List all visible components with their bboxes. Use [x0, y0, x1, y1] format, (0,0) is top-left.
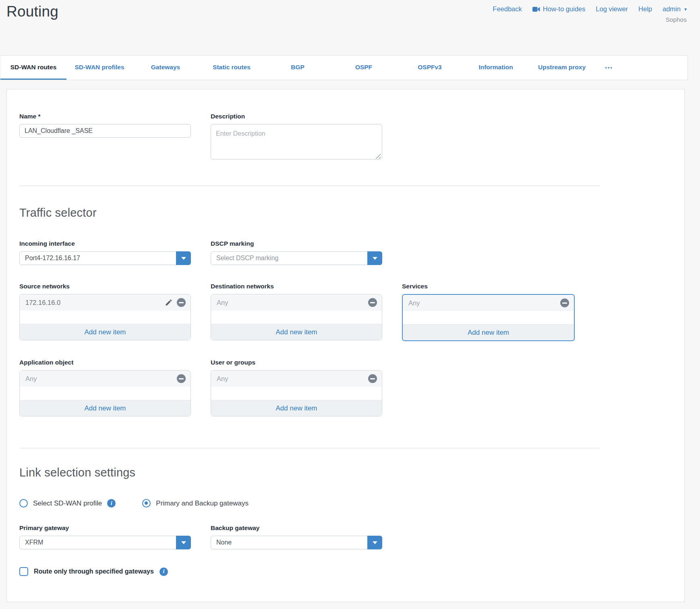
backup-gateway-label: Backup gateway — [211, 524, 382, 532]
list-item: Any — [211, 294, 382, 311]
dscp-marking-label: DSCP marking — [211, 240, 382, 248]
route-only-checkbox[interactable] — [19, 567, 28, 576]
dropdown-button[interactable] — [367, 536, 382, 549]
route-only-label: Route only through specified gateways — [34, 568, 154, 575]
add-new-item-button[interactable]: Add new item — [403, 324, 574, 340]
add-new-item-button[interactable]: Add new item — [211, 400, 382, 416]
tab-bgp[interactable]: BGP — [265, 56, 331, 80]
services-listbox: Any Add new item — [402, 294, 575, 341]
list-item: 172.16.16.0 — [20, 294, 191, 311]
tab-ospf[interactable]: OSPF — [331, 56, 397, 80]
add-new-item-button[interactable]: Add new item — [20, 400, 191, 416]
more-tabs-button[interactable]: ••• — [595, 56, 623, 80]
sdwan-route-form-panel: Name * Description Traffic selector Inco… — [6, 89, 685, 602]
tab-static-routes[interactable]: Static routes — [199, 56, 265, 80]
remove-item-icon[interactable] — [368, 374, 377, 383]
admin-menu[interactable]: admin ▾ — [663, 5, 687, 13]
section-divider — [19, 448, 600, 448]
tab-sdwan-routes[interactable]: SD-WAN routes — [0, 56, 66, 80]
feedback-link[interactable]: Feedback — [493, 5, 522, 13]
destination-networks-listbox: Any Add new item — [211, 294, 382, 340]
chevron-down-icon — [373, 257, 377, 260]
page-header: Routing Feedback How-to guides Log viewe… — [0, 0, 700, 55]
howto-guides-link[interactable]: How-to guides — [532, 5, 585, 13]
tab-ospfv3[interactable]: OSPFv3 — [397, 56, 463, 80]
dscp-marking-select[interactable]: Select DSCP marking — [211, 251, 382, 265]
tab-bar: SD-WAN routes SD-WAN profiles Gateways S… — [0, 55, 688, 80]
backup-gateway-select[interactable]: None — [211, 536, 382, 549]
application-object-label: Application object — [19, 359, 191, 367]
help-link[interactable]: Help — [638, 5, 652, 13]
add-new-item-button[interactable]: Add new item — [20, 324, 191, 340]
traffic-selector-heading: Traffic selector — [19, 205, 672, 220]
services-label: Services — [402, 283, 575, 291]
list-item: Any — [403, 295, 574, 311]
section-divider — [19, 186, 600, 186]
radio-select-sdwan-profile[interactable] — [19, 499, 28, 508]
application-object-listbox: Any Add new item — [19, 370, 191, 416]
brand-label: Sophos — [665, 16, 687, 23]
log-viewer-link[interactable]: Log viewer — [596, 5, 628, 13]
remove-item-icon[interactable] — [177, 298, 186, 307]
remove-item-icon[interactable] — [177, 374, 186, 383]
tab-sdwan-profiles[interactable]: SD-WAN profiles — [66, 56, 133, 80]
radio-label-primary-backup: Primary and Backup gateways — [156, 499, 249, 508]
tab-gateways[interactable]: Gateways — [133, 56, 199, 80]
user-or-groups-listbox: Any Add new item — [211, 370, 382, 416]
primary-gateway-select[interactable]: XFRM — [19, 536, 191, 549]
remove-item-icon[interactable] — [368, 298, 377, 307]
list-item: Any — [211, 371, 382, 387]
video-camera-icon — [532, 6, 540, 12]
name-input[interactable] — [19, 124, 191, 138]
chevron-down-icon: ▾ — [684, 6, 687, 12]
source-networks-label: Source networks — [19, 283, 191, 291]
description-label: Description — [211, 113, 382, 121]
description-textarea[interactable] — [211, 124, 382, 160]
primary-gateway-label: Primary gateway — [19, 524, 191, 532]
source-networks-listbox: 172.16.16.0 Add new item — [19, 294, 191, 340]
dropdown-button[interactable] — [176, 536, 191, 549]
dropdown-button[interactable] — [176, 251, 191, 265]
name-label: Name * — [19, 113, 191, 121]
link-selection-heading: Link selection settings — [19, 465, 672, 480]
radio-label-sdwan-profile: Select SD-WAN profile — [33, 499, 102, 508]
chevron-down-icon — [181, 541, 186, 544]
incoming-interface-select[interactable]: Port4-172.16.16.17 — [19, 251, 191, 265]
info-icon[interactable]: i — [107, 499, 116, 508]
tab-information[interactable]: Information — [463, 56, 529, 80]
chevron-down-icon — [373, 541, 377, 544]
page-title: Routing — [6, 3, 58, 20]
chevron-down-icon — [181, 257, 186, 260]
dropdown-button[interactable] — [367, 251, 382, 265]
add-new-item-button[interactable]: Add new item — [211, 324, 382, 340]
tab-upstream-proxy[interactable]: Upstream proxy — [529, 56, 595, 80]
user-or-groups-label: User or groups — [211, 359, 382, 367]
destination-networks-label: Destination networks — [211, 283, 382, 291]
radio-primary-backup-gateways[interactable] — [142, 499, 151, 508]
incoming-interface-label: Incoming interface — [19, 240, 191, 248]
info-icon[interactable]: i — [159, 568, 168, 576]
list-item: Any — [20, 371, 191, 387]
remove-item-icon[interactable] — [560, 298, 569, 307]
edit-icon[interactable] — [165, 298, 173, 307]
